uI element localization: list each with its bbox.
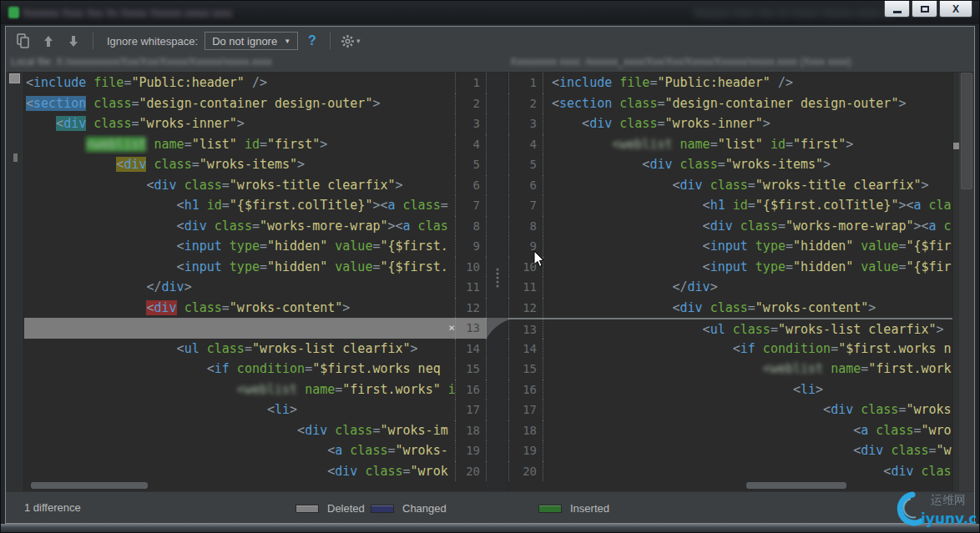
compare-contents-button[interactable] — [14, 32, 33, 50]
code-line[interactable]: <input type="hidden" value="{$fir — [543, 257, 952, 278]
code-line[interactable]: <div class="wroks-items"> — [543, 154, 952, 175]
code-row[interactable]: 13<ul class="wroks-list clearfix"> — [508, 318, 952, 339]
code-line[interactable]: <weblist name="first.works" id — [24, 380, 455, 400]
left-horizontal-scrollbar[interactable] — [24, 482, 487, 489]
code-line[interactable]: <weblist name="first.works — [543, 359, 952, 380]
code-row[interactable]: 2<section class="design-container design… — [508, 93, 952, 114]
code-line[interactable]: <div class="works-more-wrap"><a clas — [24, 216, 455, 237]
code-line[interactable]: <include file="Public:header" /> — [24, 73, 455, 93]
revert-change-icon[interactable]: × — [448, 318, 455, 339]
code-line[interactable]: <div class="w — [543, 440, 952, 461]
code-row[interactable]: 6<div class="wroks-title clearfix"> — [508, 175, 952, 196]
code-line[interactable]: <div class="wroks-items"> — [24, 154, 455, 175]
code-row[interactable]: <include file="Public:header" />1 — [24, 73, 487, 93]
code-row[interactable]: <weblist name="first.works" id16 — [24, 380, 487, 400]
local-file-editor[interactable]: <include file="Public:header" />1<sectio… — [24, 73, 487, 491]
code-line[interactable]: <li> — [24, 400, 455, 420]
code-row[interactable]: 7<h1 id="{$first.colTitle}"><a cla — [508, 195, 952, 216]
code-row[interactable]: 18<a class="wro — [508, 420, 952, 441]
scrollbar-thumb[interactable] — [31, 482, 148, 489]
code-row[interactable]: 5<div class="wroks-items"> — [508, 154, 952, 175]
vertical-scrollbar[interactable] — [959, 73, 974, 491]
code-line[interactable]: <div class="wroks-inner"> — [543, 113, 952, 134]
code-line[interactable]: <a class="wro — [543, 420, 952, 441]
code-line[interactable]: <input type="hidden" value="{$fir — [543, 236, 952, 257]
code-line[interactable]: <div class="wroks-content"> — [543, 298, 952, 319]
code-row[interactable]: <div class="wroks-items">5 — [24, 154, 487, 175]
code-row[interactable]: 20<div clas — [508, 461, 952, 482]
deployed-file-editor[interactable]: 1<include file="Public:header" />2<secti… — [508, 73, 952, 491]
code-line[interactable]: <section class="design-container design-… — [24, 93, 455, 114]
diff-splitter[interactable] — [487, 73, 508, 491]
code-row[interactable]: 3<div class="wroks-inner"> — [508, 113, 952, 134]
scrollbar-thumb[interactable] — [961, 73, 972, 189]
code-row[interactable]: ×13 — [24, 318, 487, 339]
code-row[interactable]: 17<div class="wroks — [508, 400, 952, 420]
code-row[interactable]: <div class="wroks-inner">3 — [24, 113, 487, 134]
code-line[interactable]: <input type="hidden" value="{$first. — [24, 236, 455, 257]
code-line[interactable]: <include file="Public:header" /> — [543, 73, 952, 93]
diff-stripe-marker[interactable] — [9, 73, 20, 83]
code-row[interactable]: 1<include file="Public:header" /> — [508, 73, 952, 93]
code-row[interactable]: <ul class="wroks-list clearfix">14 — [24, 339, 487, 360]
code-line[interactable]: <a class="wroks- — [24, 440, 455, 461]
code-row[interactable]: 16<li> — [508, 380, 952, 400]
code-row[interactable]: 8<div class="works-more-wrap"><a c — [508, 216, 952, 237]
code-row[interactable]: <li>17 — [24, 400, 487, 420]
code-line[interactable]: <if condition="$first.works n — [543, 339, 952, 360]
code-row[interactable]: <div class="wrok20 — [24, 461, 487, 482]
ignore-whitespace-dropdown[interactable]: Do not ignore ▼ — [205, 32, 298, 50]
code-row[interactable]: 9<input type="hidden" value="{$fir — [508, 236, 952, 257]
code-line[interactable]: <weblist name="list" id="first"> — [543, 134, 952, 155]
help-button[interactable]: ? — [308, 33, 316, 48]
code-line[interactable]: <if condition="$first.works neq — [24, 359, 455, 380]
code-row[interactable]: 14<if condition="$first.works n — [508, 339, 952, 360]
code-line[interactable]: <div class="wroks — [543, 400, 952, 420]
code-row[interactable]: <div class="wroks-title clearfix">6 — [24, 175, 487, 196]
close-button[interactable]: X — [939, 1, 972, 18]
code-line[interactable]: </div> — [24, 277, 455, 298]
code-row[interactable]: 19<div class="w — [508, 440, 952, 461]
titlebar[interactable]: Xxxxxxx Xxxx Xxx Xx Xxxxx Xxxxxx xxxxx x… — [1, 1, 979, 24]
code-row[interactable]: 4<weblist name="list" id="first"> — [508, 134, 952, 155]
code-row[interactable]: <a class="wroks-19 — [24, 440, 487, 461]
code-line[interactable]: <div class="wroks-inner"> — [24, 113, 455, 134]
code-line[interactable]: <ul class="wroks-list clearfix"> — [543, 319, 952, 339]
code-line[interactable]: <weblist name="list" id="first"> — [24, 134, 455, 155]
next-difference-button[interactable] — [64, 32, 83, 50]
code-line[interactable]: <div class="wroks-im — [24, 420, 455, 441]
minimize-button[interactable] — [884, 1, 910, 18]
diff-stripe-marker[interactable] — [13, 153, 18, 162]
code-line[interactable]: </div> — [543, 277, 952, 298]
code-line[interactable]: <div class="wrok — [24, 461, 455, 482]
maximize-button[interactable] — [912, 1, 937, 18]
code-line[interactable]: <li> — [543, 380, 952, 400]
code-row[interactable]: 10<input type="hidden" value="{$fir — [508, 257, 952, 278]
code-row[interactable]: <div class="works-more-wrap"><a clas8 — [24, 216, 487, 237]
code-line[interactable]: <div class="wroks-title clearfix"> — [543, 175, 952, 196]
code-line[interactable]: <h1 id="{$first.colTitle}"><a cla — [543, 195, 952, 216]
code-row[interactable]: <div class="wroks-content">12 — [24, 298, 487, 319]
scrollbar-thumb[interactable] — [746, 482, 846, 489]
right-horizontal-scrollbar[interactable] — [508, 482, 952, 489]
code-line[interactable]: <div clas — [543, 461, 952, 482]
diff-stripe-marker[interactable] — [953, 143, 959, 149]
code-row[interactable]: <weblist name="list" id="first">4 — [24, 134, 487, 155]
code-row[interactable]: 11</div> — [508, 277, 952, 298]
code-row[interactable]: 12<div class="wroks-content"> — [508, 298, 952, 319]
code-line[interactable]: <ul class="wroks-list clearfix"> — [24, 339, 455, 360]
code-row[interactable]: <if condition="$first.works neq 15 — [24, 359, 487, 380]
code-line[interactable]: <input type="hidden" value="{$first. — [24, 257, 455, 278]
code-line[interactable]: <div class="wroks-title clearfix"> — [24, 175, 455, 196]
code-line[interactable]: × — [24, 318, 455, 339]
code-row[interactable]: <input type="hidden" value="{$first.9 — [24, 236, 487, 257]
code-line[interactable]: <div class="wroks-content"> — [24, 298, 455, 319]
code-row[interactable]: <h1 id="{$first.colTitle}"><a class=7 — [24, 195, 487, 216]
code-line[interactable]: <h1 id="{$first.colTitle}"><a class= — [24, 195, 455, 216]
code-row[interactable]: <input type="hidden" value="{$first.10 — [24, 257, 487, 278]
code-row[interactable]: <section class="design-container design-… — [24, 93, 487, 114]
code-line[interactable]: <section class="design-container design-… — [543, 93, 952, 114]
code-row[interactable]: </div>11 — [24, 277, 487, 298]
settings-button[interactable]: ▾ — [341, 34, 361, 48]
code-row[interactable]: <div class="wroks-im18 — [24, 420, 487, 441]
